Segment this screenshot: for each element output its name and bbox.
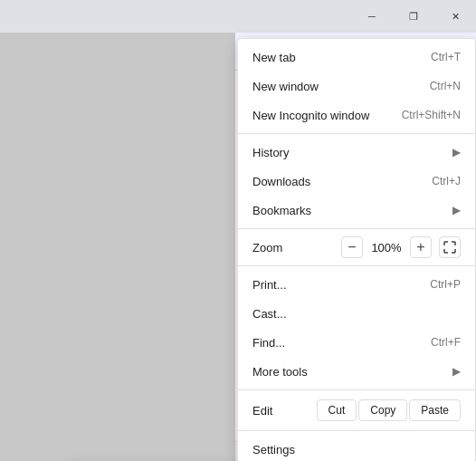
menu-item-new-incognito[interactable]: New Incognito window Ctrl+Shift+N xyxy=(238,101,475,130)
cut-button[interactable]: Cut xyxy=(317,399,357,421)
menu-item-new-window[interactable]: New window Ctrl+N xyxy=(238,72,475,101)
browser-window: ─ ❐ ✕ TA Beta 🔄 S P 📦 🧩 ⬜ P ⋮ What $ New… xyxy=(0,0,476,461)
menu-item-settings[interactable]: Settings xyxy=(238,435,475,461)
zoom-in-button[interactable]: + xyxy=(410,236,432,258)
menu-item-find[interactable]: Find... Ctrl+F xyxy=(238,328,475,357)
menu-item-downloads[interactable]: Downloads Ctrl+J xyxy=(238,167,475,196)
menu-item-new-tab[interactable]: New tab Ctrl+T xyxy=(238,43,475,72)
zoom-out-button[interactable]: − xyxy=(341,236,363,258)
menu-item-print[interactable]: Print... Ctrl+P xyxy=(238,270,475,299)
edit-buttons: Cut Copy Paste xyxy=(317,399,461,421)
minimize-button[interactable]: ─ xyxy=(351,0,393,33)
title-bar-controls: ─ ❐ ✕ xyxy=(351,0,476,33)
separator-1 xyxy=(238,133,475,134)
separator-2 xyxy=(238,228,475,229)
close-button[interactable]: ✕ xyxy=(434,0,476,33)
chrome-menu: New tab Ctrl+T New window Ctrl+N New Inc… xyxy=(237,38,476,461)
separator-5 xyxy=(238,430,475,431)
menu-item-history[interactable]: History ▶ xyxy=(238,138,475,167)
menu-item-more-tools[interactable]: More tools ▶ xyxy=(238,357,475,386)
menu-item-bookmarks[interactable]: Bookmarks ▶ xyxy=(238,196,475,225)
content-left xyxy=(0,33,235,461)
zoom-controls: − 100% + xyxy=(341,236,461,258)
copy-button[interactable]: Copy xyxy=(358,399,407,421)
edit-row: Edit Cut Copy Paste xyxy=(238,394,475,427)
separator-3 xyxy=(238,265,475,266)
zoom-row: Zoom − 100% + xyxy=(238,233,475,262)
separator-4 xyxy=(238,389,475,390)
maximize-button[interactable]: ❐ xyxy=(393,0,434,33)
title-bar: ─ ❐ ✕ xyxy=(0,0,476,33)
fullscreen-button[interactable] xyxy=(439,236,461,258)
paste-button[interactable]: Paste xyxy=(409,399,461,421)
menu-item-cast[interactable]: Cast... xyxy=(238,299,475,328)
